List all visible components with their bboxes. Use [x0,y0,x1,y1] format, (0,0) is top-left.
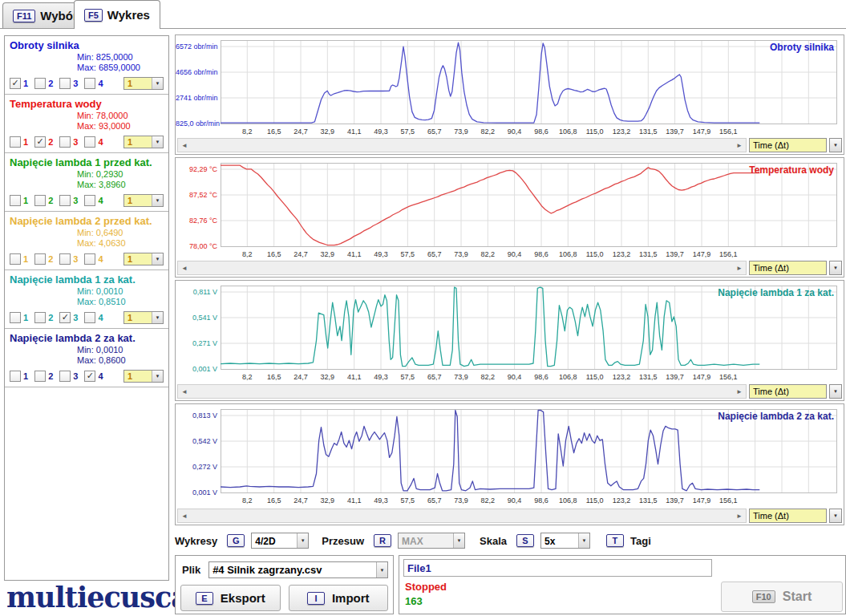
scroll-left-icon[interactable]: ◄ [181,142,188,149]
axis-select-dropdown[interactable]: 1▼ [123,136,164,148]
axis-checkbox-1[interactable] [10,195,21,206]
status-panel: Stopped 163 F10 Start [399,555,846,614]
x-axis-label: 147,9 [693,128,711,136]
axis-checkbox-3[interactable] [59,136,71,148]
axis-checkbox-2[interactable] [34,195,46,206]
time-axis-dropdown-value: Time (Δt) [750,509,826,522]
wykresy-dropdown[interactable]: 4/2D ▼ [251,533,309,549]
status-text: Stopped [405,581,447,593]
file-panel: Plik #4 Silnik zagrzany.csv ▼ E Eksport … [175,555,394,614]
axis-checkbox-1[interactable]: ✓ [10,78,21,89]
scroll-right-icon[interactable]: ► [736,513,743,520]
x-axis-label: 49,3 [374,373,388,381]
axis-checkbox-4[interactable] [84,78,95,89]
axis-checkbox-label: 3 [73,254,78,264]
axis-checkbox-label: 3 [73,196,78,205]
axis-checkbox-4[interactable] [84,136,95,148]
axis-checkbox-2[interactable]: ✓ [34,136,46,148]
scroll-left-icon[interactable]: ◄ [181,388,188,395]
scroll-right-icon[interactable]: ► [736,388,743,395]
time-axis-dropdown-button[interactable]: ▼ [829,138,842,152]
time-axis-dropdown-button[interactable]: ▼ [829,509,842,523]
axis-checkbox-3[interactable] [59,371,71,382]
axis-checkbox-1[interactable] [10,136,21,148]
x-axis-label: 41,1 [347,250,362,258]
file-name-input[interactable] [403,559,712,577]
tagi-label: Tagi [630,535,651,547]
axis-select-dropdown[interactable]: 1▼ [123,311,164,324]
tab-wykres[interactable]: F5 Wykres [74,0,160,29]
axis-checkbox-2[interactable] [34,253,46,265]
chart-panel-4: 0,813 V0,542 V0,272 V0,001 V8,216,524,73… [175,403,844,525]
axis-checkbox-label: 4 [98,254,103,264]
time-axis-dropdown[interactable]: Time (Δt) [749,261,827,275]
axis-checkbox-label: 4 [98,79,103,88]
skala-dropdown[interactable]: 5x ▼ [540,533,590,549]
scroll-left-icon[interactable]: ◄ [181,265,188,272]
axis-checkbox-2[interactable] [34,371,46,382]
y-axis-label: 0,001 V [176,488,217,496]
axis-checkbox-4[interactable] [84,195,95,206]
x-axis-label: 115,0 [586,128,604,136]
axis-checkbox-4[interactable] [84,253,95,265]
x-axis-label: 16,5 [267,128,281,136]
tagi-key-badge[interactable]: T [606,534,624,547]
scroll-left-icon[interactable]: ◄ [181,513,188,520]
axis-checkbox-3[interactable] [59,253,71,265]
axis-checkbox-2[interactable] [34,312,46,323]
scroll-right-icon[interactable]: ► [736,265,743,272]
y-axis-label: 0,813 V [176,411,217,419]
y-axis-label: 6572 obr/min [176,43,217,51]
axis-select-dropdown[interactable]: 1▼ [123,253,164,265]
axis-checkbox-4[interactable] [84,312,95,323]
time-axis-dropdown[interactable]: Time (Δt) [749,384,827,399]
axis-select-dropdown[interactable]: 1▼ [123,370,164,383]
h-scrollbar[interactable]: ◄► [177,138,747,152]
wykresy-key-badge[interactable]: G [227,534,245,547]
time-axis-dropdown[interactable]: Time (Δt) [749,509,827,523]
axis-checkbox-3[interactable]: ✓ [59,312,71,323]
axis-checkbox-1[interactable] [10,371,21,382]
file-dropdown[interactable]: #4 Silnik zagrzany.csv ▼ [208,561,388,578]
time-axis-dropdown-button[interactable]: ▼ [829,261,842,275]
axis-select-dropdown[interactable]: 1▼ [123,194,164,207]
x-axis-label: 131,5 [639,250,658,258]
scroll-right-icon[interactable]: ► [736,142,743,149]
h-scrollbar[interactable]: ◄► [177,384,747,399]
x-axis-label: 147,9 [693,373,711,381]
axis-checkbox-3[interactable] [59,78,71,89]
przesuw-key-badge[interactable]: R [374,534,391,547]
axis-checkbox-label: 1 [23,137,28,147]
chevron-down-icon: ▼ [297,533,308,548]
x-axis-label: 98,6 [534,250,548,258]
skala-key-badge[interactable]: S [516,534,534,547]
x-axis-label: 73,9 [454,373,468,381]
parameter-minmax: Min: 0,2930Max: 3,8960 [77,169,164,190]
import-button[interactable]: I Import [289,585,389,611]
x-axis-label: 82,2 [481,128,496,136]
time-axis-dropdown[interactable]: Time (Δt) [749,138,827,152]
x-axis-label: 156,1 [719,250,738,258]
axis-checkbox-1[interactable] [10,312,21,323]
axis-checkbox-label: 1 [23,79,28,88]
time-axis-dropdown-button[interactable]: ▼ [829,384,842,399]
h-scrollbar[interactable]: ◄► [177,509,747,523]
export-button[interactable]: E Eksport [180,585,281,611]
axis-select-value: 1 [124,253,152,265]
axis-checkbox-label: 4 [98,371,103,381]
axis-select-dropdown[interactable]: 1▼ [123,77,164,90]
x-axis-label: 16,5 [267,496,281,505]
start-button[interactable]: F10 Start [721,582,843,612]
axis-checkbox-row: 12✓341▼ [10,310,164,324]
parameter-title: Temperatura wody [10,98,164,110]
f10-key-badge: F10 [752,590,775,603]
wykresy-dropdown-value: 4/2D [252,533,297,548]
axis-checkbox-4[interactable]: ✓ [84,371,95,382]
axis-select-value: 1 [124,371,152,382]
axis-checkbox-2[interactable] [34,78,46,89]
h-scrollbar[interactable]: ◄► [177,261,747,275]
axis-checkbox-1[interactable] [10,253,21,265]
axis-checkbox-3[interactable] [59,195,71,206]
sample-count: 163 [405,595,423,607]
axis-checkbox-label: 2 [48,137,53,147]
